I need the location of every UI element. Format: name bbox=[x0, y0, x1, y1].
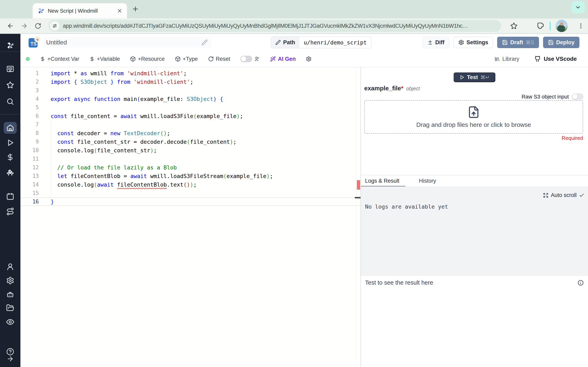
tab-group-divider bbox=[550, 22, 551, 30]
file-dropzone[interactable]: Drag and drop files here or click to bro… bbox=[364, 100, 583, 134]
code-line[interactable]: 6const file_content = await wmill.loadS3… bbox=[20, 112, 361, 120]
test-button[interactable]: Test ⌘↵ bbox=[453, 72, 495, 82]
code-line[interactable]: 2import { S3Object } from 'windmill-clie… bbox=[20, 77, 361, 86]
editor-edge bbox=[356, 67, 356, 367]
add-resource-button[interactable]: +Resource bbox=[130, 56, 164, 62]
draft-button[interactable]: Draft ⌘S bbox=[497, 37, 539, 48]
bookmark-star-icon[interactable] bbox=[510, 22, 518, 30]
code-text: const decoder = new TextDecoder(); bbox=[51, 130, 170, 136]
reload-icon[interactable] bbox=[35, 23, 41, 29]
line-number: 5 bbox=[20, 104, 51, 110]
editor-toolbar: +Context Var +Variable +Resource +Type R… bbox=[20, 51, 588, 67]
code-text: // Or load the file lazily as a Blob bbox=[51, 164, 177, 171]
code-line[interactable]: 9 const file_content_str = decoder.decod… bbox=[20, 137, 361, 146]
url-text: app.windmill.dev/scripts/add#JTdCJTIyaGF… bbox=[63, 23, 468, 29]
diff-icon bbox=[428, 40, 433, 45]
sidebar-item-users-icon[interactable] bbox=[6, 263, 14, 271]
sidebar-help-icon[interactable] bbox=[6, 348, 14, 356]
browser-menu-icon[interactable] bbox=[578, 23, 584, 29]
browser-tab[interactable]: New Script | Windmill bbox=[33, 3, 127, 18]
wand-sparkles-icon bbox=[270, 56, 276, 62]
overview-ruler-cursor-marker bbox=[355, 197, 361, 198]
add-type-button[interactable]: +Type bbox=[175, 56, 198, 62]
code-line[interactable]: 11 bbox=[20, 155, 361, 163]
extensions-icon[interactable] bbox=[536, 22, 544, 30]
sidebar-item-folders-icon[interactable] bbox=[6, 304, 14, 312]
add-variable-button[interactable]: +Variable bbox=[89, 56, 120, 62]
ai-gen-button[interactable]: AI Gen bbox=[270, 56, 296, 62]
logs-result-tabs: Logs & Result History bbox=[361, 175, 588, 186]
status-dot bbox=[26, 57, 30, 61]
code-line[interactable]: 13 let fileContentBlob = await wmill.loa… bbox=[20, 172, 361, 180]
back-icon[interactable] bbox=[7, 22, 14, 29]
code-line[interactable]: 5 bbox=[20, 103, 361, 112]
gear-icon bbox=[306, 56, 311, 62]
path-group[interactable]: Path u/henri/demo_script bbox=[271, 36, 372, 48]
sidebar-item-settings-icon[interactable] bbox=[6, 276, 14, 285]
code-line[interactable]: 4export async function main(example_file… bbox=[20, 95, 361, 103]
windmill-sidebar-logo-icon[interactable] bbox=[6, 41, 15, 50]
code-lines[interactable]: 1import * as wmill from 'windmill-client… bbox=[20, 69, 361, 206]
library-button[interactable]: Library bbox=[494, 56, 519, 62]
sidebar-item-audit-logs-icon[interactable] bbox=[6, 318, 15, 326]
sidebar-item-schedules-icon[interactable] bbox=[6, 192, 14, 200]
url-bar[interactable]: app.windmill.dev/scripts/add#JTdCJTIyaGF… bbox=[49, 20, 501, 32]
auto-scroll-label: Auto scroll bbox=[551, 192, 577, 198]
required-badge: Required bbox=[562, 135, 583, 141]
path-button[interactable]: Path bbox=[271, 37, 299, 48]
code-line[interactable]: 15 bbox=[20, 189, 361, 197]
code-line[interactable]: 1import * as wmill from 'windmill-client… bbox=[20, 69, 361, 77]
browser-avatar[interactable] bbox=[555, 20, 568, 32]
auto-scroll-control[interactable]: Auto scroll bbox=[543, 192, 584, 198]
dollar-icon bbox=[40, 56, 45, 62]
sidebar-item-workers-icon[interactable] bbox=[6, 290, 14, 299]
overview-ruler-error-marker bbox=[357, 180, 360, 190]
argument-row: example_file* object bbox=[364, 85, 420, 92]
sidebar-item-search-icon[interactable] bbox=[6, 98, 14, 106]
sidebar-item-home[interactable] bbox=[4, 122, 17, 134]
multiplayer-switch[interactable] bbox=[240, 56, 252, 62]
code-line[interactable]: 10 console.log(file_content_str); bbox=[20, 146, 361, 155]
sidebar-item-resources-icon[interactable] bbox=[6, 168, 15, 177]
code-line[interactable]: 14 console.log(await fileContentBlob.tex… bbox=[20, 180, 361, 189]
site-settings-icon[interactable] bbox=[50, 21, 60, 31]
reset-button[interactable]: Reset bbox=[208, 56, 230, 62]
code-line[interactable]: 7 bbox=[20, 120, 361, 129]
script-name-field[interactable]: Untitled bbox=[43, 37, 211, 48]
code-line[interactable]: 8 const decoder = new TextDecoder(); bbox=[20, 129, 361, 137]
line-number: 10 bbox=[20, 147, 51, 153]
sidebar-item-routes-icon[interactable] bbox=[6, 207, 15, 216]
dropzone-text: Drag and drop files here or click to bro… bbox=[416, 121, 531, 128]
code-line[interactable]: 12 // Or load the file lazily as a Blob bbox=[20, 163, 361, 172]
tab-history[interactable]: History bbox=[419, 178, 436, 184]
sidebar-item-runs-icon[interactable] bbox=[6, 139, 14, 147]
code-line[interactable]: 16} bbox=[20, 197, 361, 206]
new-tab-button[interactable] bbox=[132, 5, 139, 13]
info-icon[interactable] bbox=[577, 280, 584, 286]
use-vscode-button[interactable]: Use VScode bbox=[534, 56, 577, 62]
code-editor[interactable]: 1import * as wmill from 'windmill-client… bbox=[20, 67, 361, 367]
sidebar-item-favorites-icon[interactable] bbox=[6, 81, 14, 89]
sidebar-expand-icon[interactable] bbox=[7, 355, 14, 363]
raw-s3-toggle[interactable] bbox=[572, 93, 584, 100]
save-icon bbox=[548, 40, 554, 45]
browser-profile-chip[interactable] bbox=[571, 1, 585, 13]
forward-icon[interactable] bbox=[21, 22, 28, 29]
sidebar-item-variables-icon[interactable] bbox=[6, 153, 14, 161]
edit-name-pencil-icon[interactable] bbox=[201, 39, 208, 45]
deploy-button[interactable]: Deploy bbox=[543, 37, 579, 48]
add-context-var-button[interactable]: +Context Var bbox=[40, 56, 79, 62]
code-line[interactable]: 3 bbox=[20, 86, 361, 95]
settings-button[interactable]: Settings bbox=[453, 37, 493, 48]
dollar-icon bbox=[89, 56, 95, 62]
tab-close-icon[interactable] bbox=[117, 8, 122, 14]
sidebar-item-apps-icon[interactable] bbox=[6, 65, 14, 73]
multiplayer-toggle[interactable] bbox=[240, 56, 260, 62]
editor-settings-button[interactable] bbox=[306, 56, 311, 62]
sidebar-divider bbox=[0, 114, 20, 115]
code-text: import * as wmill from 'windmill-client'… bbox=[51, 70, 187, 76]
diff-button[interactable]: Diff bbox=[423, 37, 449, 48]
expand-icon[interactable] bbox=[543, 193, 548, 198]
library-icon bbox=[494, 56, 500, 62]
tab-logs-result[interactable]: Logs & Result bbox=[365, 178, 399, 184]
